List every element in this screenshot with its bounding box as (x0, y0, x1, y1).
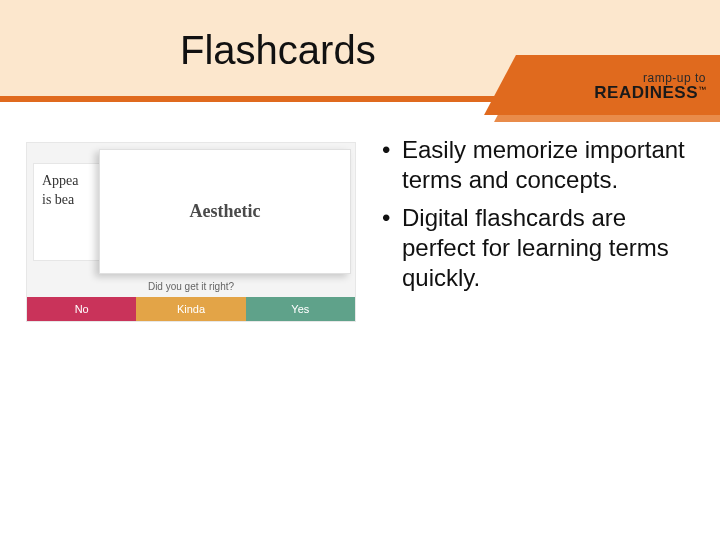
slide-title: Flashcards (180, 28, 376, 73)
logo-wordmark: READINESS (594, 83, 698, 102)
kinda-button[interactable]: Kinda (136, 297, 245, 321)
yes-button[interactable]: Yes (246, 297, 355, 321)
flashcard-front[interactable]: Aesthetic (99, 149, 351, 274)
bullet-list: Easily memorize important terms and conc… (380, 135, 700, 301)
trademark-icon: ™ (698, 85, 706, 94)
list-item: Easily memorize important terms and conc… (380, 135, 700, 195)
no-button[interactable]: No (27, 297, 136, 321)
list-item: Digital flashcards are perfect for learn… (380, 203, 700, 293)
flashcard-term: Aesthetic (190, 201, 261, 222)
answer-button-row: No Kinda Yes (27, 297, 355, 321)
flashcard-widget: 16 of 320 Appea is bea Aesthetic Did you… (26, 142, 356, 322)
brand-logo: ramp-up to READINESS™ (594, 72, 706, 101)
flashcard-back-text: Appea is bea (42, 173, 79, 207)
flashcard-prompt: Did you get it right? (27, 281, 355, 292)
